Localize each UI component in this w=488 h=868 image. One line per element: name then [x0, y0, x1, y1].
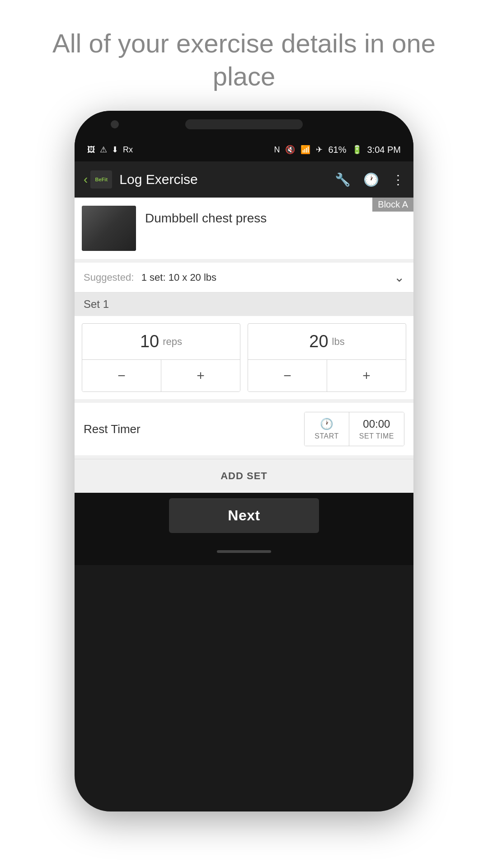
- add-set-button[interactable]: ADD SET: [75, 459, 413, 493]
- reps-increase-button[interactable]: +: [161, 360, 240, 392]
- screen-content: Block A Dumbbell chest press Suggested: …: [75, 198, 413, 538]
- rx-icon: Rx: [123, 145, 133, 155]
- wifi-icon: 📶: [300, 145, 310, 155]
- timer-clock-icon: 🕐: [320, 418, 333, 430]
- warning-icon: ⚠: [100, 145, 107, 155]
- home-bar: [217, 550, 271, 553]
- toolbar-title: Log Exercise: [119, 172, 335, 187]
- timer-buttons-group: 🕐 START 00:00 SET TIME: [304, 412, 404, 446]
- bottom-bar: Next: [75, 493, 413, 538]
- back-button[interactable]: ‹ BeFit: [84, 170, 112, 189]
- rest-timer-row: Rest Timer 🕐 START 00:00 SET TIME: [75, 403, 413, 455]
- clock-time: 3:04 PM: [367, 145, 401, 155]
- weight-buttons-row: − +: [248, 359, 406, 392]
- weight-decrease-button[interactable]: −: [248, 360, 327, 392]
- set-time-label: SET TIME: [359, 432, 394, 440]
- reps-number: 10: [140, 332, 159, 351]
- more-options-icon[interactable]: ⋮: [392, 172, 404, 187]
- suggested-text: Suggested: 1 set: 10 x 20 lbs: [84, 272, 216, 283]
- suggested-row[interactable]: Suggested: 1 set: 10 x 20 lbs ⌄: [75, 263, 413, 292]
- reps-decrease-button[interactable]: −: [82, 360, 161, 392]
- suggested-value: 1 set: 10 x 20 lbs: [141, 272, 216, 283]
- rest-timer-label: Rest Timer: [84, 422, 304, 436]
- reps-value-row: 10 reps: [82, 324, 240, 359]
- exercise-info: Dumbbell chest press: [145, 211, 267, 226]
- phone-top: [75, 111, 413, 138]
- download-icon: ⬇: [112, 145, 118, 155]
- status-right-icons: N 🔇 📶 ✈ 61% 🔋 3:04 PM: [274, 145, 401, 155]
- airplane-icon: ✈: [316, 145, 323, 155]
- toolbar-actions: 🔧 🕐 ⋮: [335, 172, 404, 187]
- weight-number: 20: [309, 332, 328, 351]
- weight-value-row: 20 lbs: [248, 324, 406, 359]
- nfc-icon: N: [274, 145, 280, 155]
- weight-control-box: 20 lbs − +: [248, 323, 406, 392]
- timer-settime-button[interactable]: 00:00 SET TIME: [349, 412, 404, 446]
- exercise-thumbnail[interactable]: [82, 206, 136, 251]
- block-badge: Block A: [372, 198, 413, 212]
- sets-area: 10 reps − + 20 lbs − +: [75, 316, 413, 399]
- start-label: START: [314, 432, 338, 440]
- logo-text: BeFit: [95, 177, 108, 182]
- phone-shell: 🖼 ⚠ ⬇ Rx N 🔇 📶 ✈ 61% 🔋 3:04 PM ‹ BeFit L…: [75, 111, 413, 811]
- status-left-icons: 🖼 ⚠ ⬇ Rx: [87, 145, 133, 155]
- history-icon[interactable]: 🕐: [363, 172, 379, 187]
- back-chevron-icon: ‹: [84, 172, 88, 187]
- speaker-grille: [185, 119, 303, 129]
- battery-icon: 🔋: [352, 145, 362, 155]
- battery-percent: 61%: [328, 145, 346, 155]
- chevron-down-icon: ⌄: [394, 270, 404, 285]
- set-header: Set 1: [75, 292, 413, 316]
- timer-start-button[interactable]: 🕐 START: [305, 412, 349, 446]
- reps-control-box: 10 reps − +: [82, 323, 240, 392]
- app-logo: BeFit: [90, 170, 112, 189]
- reps-unit: reps: [163, 336, 182, 348]
- weight-unit: lbs: [332, 336, 345, 348]
- weight-increase-button[interactable]: +: [327, 360, 406, 392]
- reps-buttons-row: − +: [82, 359, 240, 392]
- app-toolbar: ‹ BeFit Log Exercise 🔧 🕐 ⋮: [75, 161, 413, 198]
- image-icon: 🖼: [87, 145, 95, 155]
- phone-bottom: [75, 538, 413, 565]
- exercise-card: Block A Dumbbell chest press: [75, 198, 413, 259]
- front-camera: [111, 120, 119, 128]
- wrench-icon[interactable]: 🔧: [335, 172, 351, 187]
- page-header: All of your exercise details in one plac…: [0, 0, 488, 111]
- next-button[interactable]: Next: [169, 498, 319, 533]
- mute-icon: 🔇: [285, 145, 295, 155]
- suggested-label: Suggested:: [84, 272, 134, 283]
- status-bar: 🖼 ⚠ ⬇ Rx N 🔇 📶 ✈ 61% 🔋 3:04 PM: [75, 138, 413, 161]
- exercise-name: Dumbbell chest press: [145, 211, 267, 225]
- timer-value: 00:00: [363, 418, 390, 430]
